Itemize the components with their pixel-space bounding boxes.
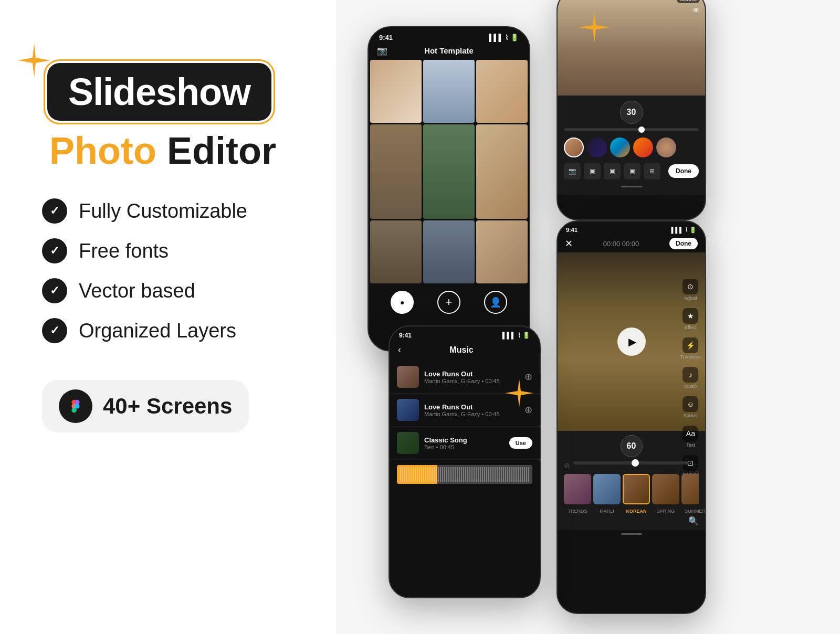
filter-dot-5[interactable] [656, 138, 676, 157]
tool-fx2[interactable]: ▣ [604, 163, 621, 179]
editor-timer: 60 [621, 435, 643, 457]
spark-decoration-bottom-center [504, 378, 534, 415]
music-header: ‹ Music [390, 341, 540, 361]
music-icon: ♪ [682, 367, 698, 383]
effects-controls: 30 📷 ▣ ▣ ▣ ⊞ Done [558, 96, 705, 195]
svg-point-5 [75, 404, 79, 408]
effects-timer: 30 [620, 101, 643, 124]
grid-cell-4 [370, 124, 422, 219]
filter-thumb-2[interactable] [593, 474, 621, 504]
main-time: 9:41 [379, 34, 393, 41]
editor-home-indicator [621, 533, 642, 535]
phone-main: 9:41 ▌▌▌ ⌇ 🔋 📷 Hot Template [368, 26, 530, 352]
phone-music: 9:41 ▌▌▌ ⌇ 🔋 ‹ Music Love Runs Out Marti… [388, 325, 541, 598]
effects-home-indicator [621, 186, 642, 187]
features-list: Fully Customizable Free fonts Vector bas… [42, 198, 326, 343]
back-button[interactable]: ‹ [398, 344, 401, 355]
filter-thumb-5[interactable] [681, 474, 699, 504]
filter-dot-4[interactable] [633, 138, 653, 157]
tool-text[interactable]: Aa Text [680, 426, 701, 448]
filter-thumb-4[interactable] [652, 474, 679, 504]
phone-editor: 9:41 ▌▌▌ ⌇ 🔋 ✕ 00:00 00:00 Done ⊙ Adjust… [556, 220, 706, 614]
music-title: Music [449, 345, 473, 355]
tool-fx3[interactable]: ▣ [624, 163, 640, 179]
track-3-title: Classic Song [424, 436, 504, 444]
text-label: Text [686, 442, 695, 448]
transition-icon: ⚡ [682, 337, 698, 353]
effect-label: Effect [685, 325, 697, 330]
adjust-label: Adjust [684, 295, 697, 301]
editor-header: ✕ 00:00 00:00 Done [558, 236, 705, 252]
filter-label-korean: KOREAN [623, 509, 650, 514]
main-bottom-tabs [369, 286, 529, 322]
photo-grid [369, 60, 529, 283]
tool-fx4[interactable]: ⊞ [644, 163, 660, 179]
editor-done-button[interactable]: Done [669, 238, 698, 249]
main-status-bar: 9:41 ▌▌▌ ⌇ 🔋 [369, 27, 529, 44]
filter-dot-2[interactable] [587, 138, 607, 157]
filter-label-summer: SUMMER [681, 509, 706, 514]
grid-cell-7 [370, 220, 422, 283]
sticker-label: Sticker [684, 413, 698, 418]
filter-label-marli: MARLI [593, 509, 621, 514]
screens-count-label: 40+ Screens [103, 394, 232, 419]
editor-video-preview: ⊙ Adjust ★ Effect ⚡ Transition ♪ Music ☺… [558, 252, 705, 431]
play-button[interactable] [617, 327, 646, 356]
feature-item-1: Fully Customizable [42, 198, 326, 224]
tab-record[interactable] [391, 291, 414, 314]
tool-fx1[interactable]: ▣ [584, 163, 601, 179]
tab-add[interactable] [437, 291, 460, 314]
app-subtitle: Photo Editor [49, 129, 326, 172]
tool-adjust[interactable]: ⊙ Adjust [680, 279, 701, 301]
transition-label: Transition [680, 354, 701, 360]
check-icon-3 [42, 278, 67, 303]
filter-labels: TRENDS MARLI KOREAN SPRING SUMMER [564, 509, 699, 514]
spark-decoration-top-right [578, 10, 612, 52]
feature-text-2: Free fonts [79, 240, 169, 262]
check-icon-4 [42, 318, 67, 343]
tab-profile[interactable] [484, 291, 507, 314]
editor-timeline-bar[interactable] [573, 461, 689, 464]
track-1-thumb [397, 366, 419, 388]
editor-status-bar: 9:41 ▌▌▌ ⌇ 🔋 [558, 221, 705, 236]
effects-slider[interactable] [564, 128, 699, 131]
editor-time: 9:41 [566, 227, 578, 234]
track-3-artist: Ben • 00:45 [424, 444, 504, 450]
track-3-use-button[interactable]: Use [509, 437, 532, 449]
grid-cell-3 [476, 60, 528, 123]
feature-text-1: Fully Customizable [79, 200, 247, 223]
filter-thumb-1[interactable] [564, 474, 591, 504]
tool-sticker[interactable]: ☺ Sticker [680, 396, 701, 418]
track-3[interactable]: Classic Song Ben • 00:45 Use [390, 427, 540, 460]
filter-thumb-3[interactable] [623, 474, 650, 504]
app-title-box: Slideshow [47, 63, 271, 121]
slowmo-badge: Slowmo [677, 0, 700, 3]
tool-transition[interactable]: ⚡ Transition [680, 337, 701, 360]
main-status-icons: ▌▌▌ ⌇ 🔋 [489, 34, 519, 41]
editor-close-button[interactable]: ✕ [565, 238, 573, 249]
grid-cell-9 [476, 220, 528, 283]
track-1-title: Love Runs Out [424, 370, 519, 378]
tool-camera[interactable]: 📷 [564, 163, 581, 179]
check-icon-2 [42, 238, 67, 263]
music-status-icons: ▌▌▌ ⌇ 🔋 [502, 332, 530, 339]
effects-done-button[interactable]: Done [668, 164, 699, 178]
spark-decoration-top-left [16, 42, 52, 85]
filter-dot-1[interactable] [564, 138, 584, 157]
feature-text-4: Organized Layers [79, 320, 236, 342]
editor-status-icons: ▌▌▌ ⌇ 🔋 [671, 227, 697, 234]
grid-cell-8 [423, 220, 475, 283]
filter-dot-3[interactable] [610, 138, 630, 157]
track-3-info: Classic Song Ben • 00:45 [424, 436, 504, 450]
figma-icon [59, 389, 92, 423]
camera-icon: 📷 [377, 46, 387, 56]
adjust-icon: ⊙ [682, 279, 698, 294]
grid-cell-1 [370, 60, 422, 123]
tool-music[interactable]: ♪ Music [680, 367, 701, 389]
tool-effect[interactable]: ★ Effect [680, 308, 701, 330]
grid-cell-6 [476, 124, 528, 219]
eye-icon: 👁 [692, 6, 700, 15]
effects-tool-row: 📷 ▣ ▣ ▣ ⊞ Done [564, 161, 699, 182]
feature-item-2: Free fonts [42, 238, 326, 263]
track-2-thumb [397, 399, 419, 421]
